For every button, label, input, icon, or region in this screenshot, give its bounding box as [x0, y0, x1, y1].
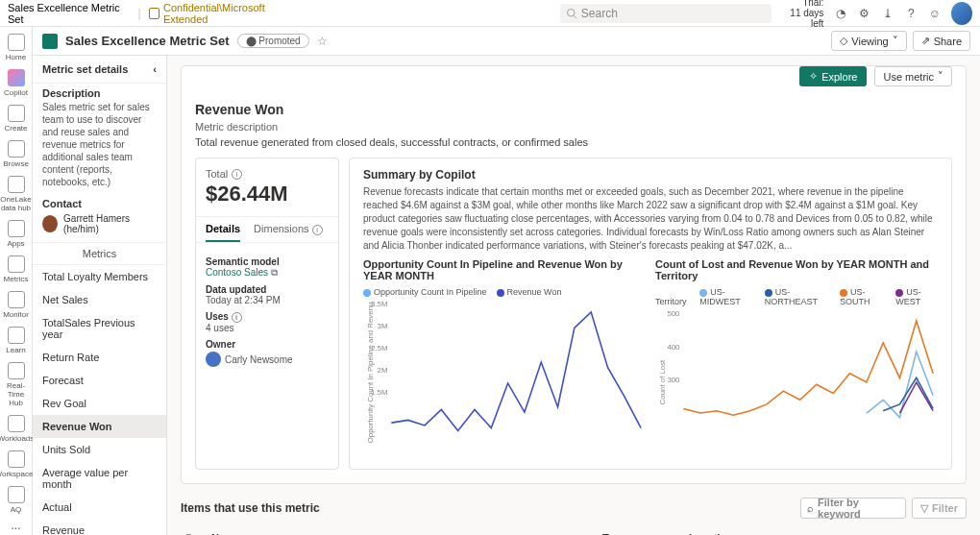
rail-workloads[interactable]: Workloads	[0, 412, 33, 446]
chart-opportunity-revenue: Opportunity Count In Pipeline and Revenu…	[363, 258, 646, 457]
share-button[interactable]: ⇗ Share	[913, 31, 970, 51]
col-location[interactable]: Location	[685, 526, 967, 535]
info-icon[interactable]: i	[232, 312, 242, 323]
rail-more[interactable]: ...	[0, 519, 33, 533]
metric-item[interactable]: Return Rate	[33, 346, 166, 369]
explore-button[interactable]: ✧ Explore	[799, 66, 867, 86]
browse-icon	[8, 140, 25, 158]
favorite-star-icon[interactable]: ☆	[317, 35, 328, 48]
metric-item[interactable]: Units Sold	[33, 438, 166, 461]
search-icon	[566, 8, 577, 19]
kpi-card: Total i $26.44M Details Dimensions i Se	[195, 158, 339, 470]
info-icon[interactable]: i	[312, 225, 323, 235]
workspaces-icon	[8, 450, 25, 468]
rail-workspaces[interactable]: Workspaces	[0, 448, 33, 481]
owner[interactable]: Carly Newsome	[206, 352, 329, 367]
svg-text:400: 400	[667, 343, 680, 352]
copilot-icon	[8, 69, 25, 86]
items-heading: Items that use this metric ⌕ Filter by k…	[181, 498, 967, 519]
trial-status[interactable]: Trial:11 days left	[779, 0, 824, 29]
contact-person[interactable]: Garrett Hamers (he/him)	[33, 211, 166, 242]
metric-item[interactable]: Total Loyalty Members	[33, 265, 166, 288]
metric-item[interactable]: TotalSales Previous year	[33, 311, 166, 346]
filter-button[interactable]: ▽ Filter	[912, 498, 967, 519]
svg-line-1	[574, 15, 576, 18]
details-section: Semantic model Contoso Sales ⧉ Data upda…	[196, 243, 338, 375]
metric-item[interactable]: Revenue	[33, 519, 166, 535]
rail-metrics[interactable]: Metrics	[0, 253, 33, 286]
learn-icon	[8, 327, 25, 344]
metrics-heading: Metrics	[33, 242, 166, 265]
summary-card: Summary by Copilot Revenue forecasts ind…	[349, 158, 952, 470]
metricset-icon	[42, 34, 58, 49]
chart2-legend: Territory US-MIDWEST US-NORTHEAST US-SOU…	[655, 287, 938, 306]
data-updated: Today at 2:34 PM	[206, 295, 281, 305]
metric-overview-card: ✧ Explore Use metric ˅ Revenue Won Metri…	[181, 65, 967, 484]
help-icon[interactable]: ?	[904, 6, 919, 21]
metric-item[interactable]: Actual	[33, 496, 166, 519]
kpi-label: Total i	[206, 168, 329, 180]
promoted-badge[interactable]: ⬤ Promoted	[237, 34, 309, 48]
chart-lost-territory: Count of Lost and Revenue Won by YEAR MO…	[655, 258, 938, 457]
feedback-icon[interactable]: ☺	[928, 6, 943, 21]
notifications-icon[interactable]: ◔	[833, 6, 847, 21]
collapse-icon[interactable]: ‹	[153, 63, 157, 75]
tab-dimensions[interactable]: Dimensions i	[254, 223, 323, 242]
breadcrumb[interactable]: Sales Excellence Metric Set	[8, 2, 131, 25]
col-name[interactable]: Name	[208, 526, 552, 535]
settings-icon[interactable]: ⚙	[857, 6, 871, 21]
rail-aq[interactable]: AQ	[0, 483, 33, 517]
col-type[interactable]: Type	[599, 526, 685, 535]
sensitivity-label[interactable]: Confidential\Microsoft Extended	[149, 2, 303, 25]
apps-icon	[8, 220, 25, 237]
kpi-value: $26.44M	[206, 182, 329, 207]
tab-details[interactable]: Details	[206, 223, 240, 242]
metric-item[interactable]: Rev Goal	[33, 392, 166, 415]
chart1-svg[interactable]: 3.5M3M2.5M2M1.5MOpportunity Count In Pip…	[363, 301, 646, 445]
uses-count: 4 uses	[206, 323, 233, 333]
aq-icon	[8, 486, 25, 503]
owner-avatar	[206, 352, 221, 367]
col-icon[interactable]: 🗎	[181, 526, 208, 535]
use-metric-button[interactable]: Use metric ˅	[874, 66, 952, 86]
rail-create[interactable]: Create	[0, 102, 33, 135]
download-icon[interactable]: ⤓	[880, 6, 894, 21]
metric-item[interactable]: Average value per month	[33, 461, 166, 496]
chart2-svg[interactable]: 500400300Count of Lost	[655, 310, 938, 454]
details-panel-header: Metric set details ‹	[33, 56, 166, 84]
metric-item[interactable]: Revenue Won	[33, 415, 166, 438]
svg-text:3M: 3M	[378, 322, 388, 330]
svg-text:Count of Lost: Count of Lost	[658, 359, 667, 404]
semantic-model-link[interactable]: Contoso Sales	[206, 267, 268, 278]
rail-learn[interactable]: Learn	[0, 324, 33, 357]
create-icon	[8, 105, 25, 122]
metric-item[interactable]: Forecast	[33, 369, 166, 392]
rail-home[interactable]: Home	[0, 31, 33, 64]
viewing-button[interactable]: ◇ Viewing ˅	[831, 31, 906, 51]
description-text: Sales metric set for sales team to use t…	[33, 101, 166, 194]
contact-heading: Contact	[33, 194, 166, 211]
rail-apps[interactable]: Apps	[0, 217, 33, 251]
search-icon: ⌕	[807, 502, 814, 514]
filter-keyword-input[interactable]: ⌕ Filter by keyword	[800, 498, 906, 519]
avatar[interactable]	[951, 2, 972, 25]
rail-monitor[interactable]: Monitor	[0, 288, 33, 322]
info-icon[interactable]: i	[232, 169, 242, 180]
svg-text:2M: 2M	[378, 366, 388, 375]
metric-item[interactable]: Net Sales	[33, 288, 166, 311]
main-area: Metric set details ‹ Description Sales m…	[33, 56, 980, 535]
content-scroll[interactable]: ✧ Explore Use metric ˅ Revenue Won Metri…	[167, 56, 980, 535]
rail-realtime[interactable]: Real-Time Hub	[0, 359, 33, 410]
monitor-icon	[8, 291, 25, 308]
chart1-legend: Opportunity Count In Pipeline Revenue Wo…	[363, 287, 646, 297]
rail-browse[interactable]: Browse	[0, 137, 33, 171]
search-input[interactable]: Search	[560, 4, 772, 23]
left-rail: Home Copilot Create Browse OneLake data …	[0, 27, 33, 535]
metric-list: Total Loyalty MembersNet SalesTotalSales…	[33, 265, 166, 535]
rail-onelake[interactable]: OneLake data hub	[0, 173, 33, 215]
workloads-icon	[8, 415, 25, 432]
metric-description: Total revenue generated from closed deal…	[182, 136, 966, 158]
sensitivity-icon	[149, 8, 159, 19]
home-icon	[8, 34, 25, 51]
rail-copilot[interactable]: Copilot	[0, 66, 33, 100]
